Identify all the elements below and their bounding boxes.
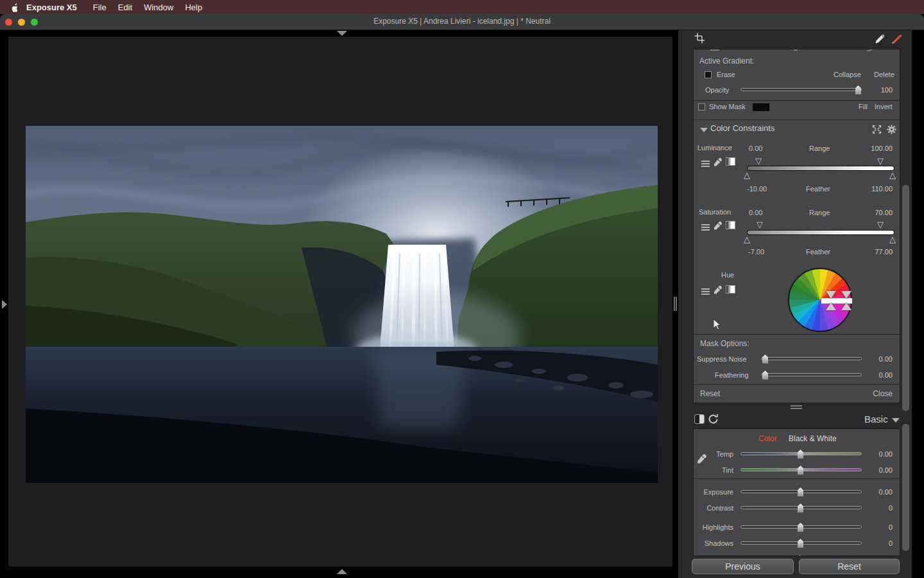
show-mask-checkbox[interactable] [698,103,705,110]
luminance-feather-min[interactable]: -10.00 [747,185,767,193]
pencil-icon[interactable] [875,33,887,46]
previous-button[interactable]: Previous [692,559,794,574]
scrollbar-thumb-top[interactable] [902,185,909,411]
mask-reset-button[interactable]: Reset [700,389,720,398]
menu-app-name[interactable]: Exposure X5 [26,3,77,12]
scrollbar-thumb-bottom[interactable] [902,424,909,551]
tint-slider-handle[interactable] [798,466,803,475]
gear-icon[interactable] [887,125,896,134]
exposure-slider[interactable] [740,490,862,493]
hamburger-icon[interactable] [701,288,710,296]
highlights-value[interactable]: 0 [889,523,893,531]
luminance-range-value[interactable]: 100.00 [871,144,893,152]
panel-resize-grip[interactable] [791,405,802,410]
menu-item-help[interactable]: Help [185,3,202,12]
highlights-slider[interactable] [740,525,862,529]
feathering-label: Feathering [715,371,749,379]
luminance-feather-high-handle[interactable]: △ [889,171,896,179]
saturation-range-value[interactable]: 70.00 [875,209,893,216]
luminance-low-handle[interactable]: ▽ [755,157,762,165]
luminance-range-track[interactable] [747,166,894,171]
dropdown-triangle-icon[interactable] [892,418,900,423]
color-constraints-title[interactable]: Color Constraints [710,123,774,133]
delete-button[interactable]: Delete [874,71,894,78]
suppress-noise-handle[interactable] [762,355,768,363]
disclosure-triangle-icon[interactable] [700,128,708,132]
hamburger-icon[interactable] [701,161,710,168]
eyedropper-icon[interactable] [713,221,723,231]
feathering-slider[interactable] [761,373,862,376]
saturation-feather-low-handle[interactable]: △ [744,235,750,243]
mask-close-button[interactable]: Close [873,389,893,398]
shadows-value[interactable]: 0 [889,539,893,547]
temp-value[interactable]: 0.00 [879,450,893,458]
saturation-feather-high-handle[interactable]: △ [889,235,896,243]
tint-value[interactable]: 0.00 [879,466,893,474]
saturation-low-handle[interactable]: ▽ [757,220,763,229]
erase-color-swatch[interactable] [705,71,712,78]
tint-slider[interactable] [740,468,862,471]
hamburger-icon[interactable] [701,224,710,232]
contrast-value[interactable]: 0 [889,504,893,512]
expand-left-pane-arrow[interactable] [2,300,7,309]
menu-item-window[interactable]: Window [144,3,173,12]
tab-black-and-white[interactable]: Black & White [789,434,837,443]
apple-logo-icon[interactable] [10,3,19,12]
photo-waterfall[interactable] [26,126,658,483]
feathering-handle[interactable] [762,371,768,380]
brush-icon[interactable] [891,33,904,46]
luminance-feather-max[interactable]: 110.00 [871,185,893,193]
opacity-slider[interactable] [740,88,862,91]
divider-grip [676,297,677,311]
gradient-swatch-icon[interactable] [726,157,735,166]
menu-item-edit[interactable]: Edit [118,3,132,12]
erase-label[interactable]: Erase [717,71,735,78]
expand-icon[interactable] [872,125,882,134]
luminance-high-handle[interactable]: ▽ [877,157,884,165]
reset-button[interactable]: Reset [799,559,900,574]
crop-icon[interactable] [694,33,707,46]
saturation-value[interactable]: 0.00 [749,209,762,216]
hue-color-wheel[interactable] [788,268,852,332]
mask-color-swatch[interactable] [753,103,769,111]
show-mask-label[interactable]: Show Mask [709,103,746,110]
shadows-slider[interactable] [740,541,862,545]
split-swatch-icon[interactable] [694,414,705,424]
range-label: Range [809,209,830,216]
saturation-feather-max[interactable]: 77.00 [875,248,893,256]
refresh-icon[interactable] [707,413,719,425]
eyedropper-icon[interactable] [713,157,723,167]
highlights-slider-handle[interactable] [798,523,803,532]
luminance-feather-low-handle[interactable]: △ [744,171,750,179]
gradient-swatch-icon[interactable] [726,221,735,229]
temp-slider[interactable] [740,452,862,455]
exposure-value[interactable]: 0.00 [879,488,893,496]
tab-color[interactable]: Color [758,434,777,443]
saturation-range-track[interactable] [747,230,894,235]
temp-slider-handle[interactable] [798,450,803,459]
suppress-noise-value[interactable]: 0.00 [879,355,893,363]
suppress-noise-slider[interactable] [761,357,862,360]
clipped-row-fragment [867,49,873,52]
hue-high-handle[interactable] [841,291,851,310]
luminance-value[interactable]: 0.00 [749,144,762,152]
gradient-swatch-icon[interactable] [726,285,735,293]
saturation-feather-min[interactable]: -7.00 [748,248,764,256]
feathering-value[interactable]: 0.00 [879,371,893,379]
fill-button[interactable]: Fill [859,103,868,110]
invert-button[interactable]: Invert [875,103,893,110]
saturation-high-handle[interactable]: ▽ [877,220,884,229]
contrast-slider-handle[interactable] [798,504,803,512]
shadows-slider-handle[interactable] [798,539,803,548]
exposure-slider-handle[interactable] [798,487,803,496]
collapse-button[interactable]: Collapse [834,71,861,78]
panel-divider[interactable] [672,30,678,578]
eyedropper-icon[interactable] [713,285,723,295]
opacity-slider-handle[interactable] [855,85,861,94]
basic-panel-title[interactable]: Basic [864,414,888,425]
collapse-top-pane-arrow[interactable] [337,31,347,36]
hue-low-handle[interactable] [826,291,836,310]
expand-bottom-pane-arrow[interactable] [337,569,347,574]
menu-item-file[interactable]: File [93,3,107,12]
contrast-slider[interactable] [740,506,862,509]
